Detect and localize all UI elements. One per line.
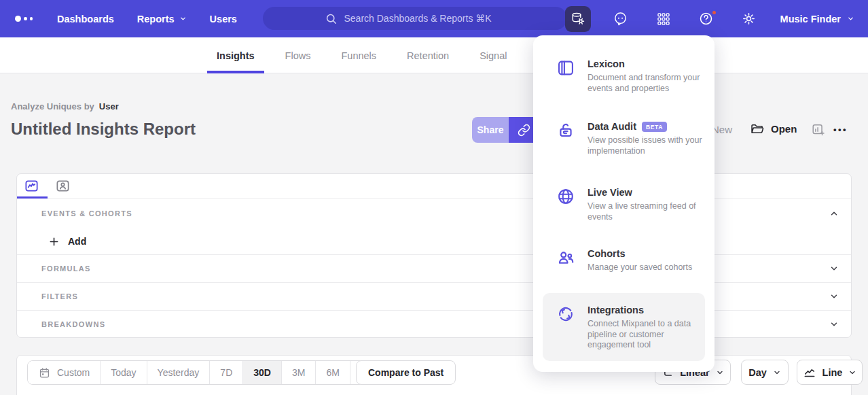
menu-item-integrations[interactable]: Integrations Connect Mixpanel to a data … xyxy=(556,305,702,351)
menu-description: View a live streaming feed of events xyxy=(587,201,702,222)
plus-icon xyxy=(49,237,59,247)
date-range-control: Custom Today Yesterday 7D 30D 3M 6M 12M xyxy=(27,360,390,385)
beta-badge: BETA xyxy=(642,122,667,132)
analyze-entity-selector[interactable]: User xyxy=(99,101,119,111)
range-30d[interactable]: 30D xyxy=(242,361,281,384)
report-title[interactable]: Untitled Insights Report xyxy=(11,120,196,139)
chevron-down-icon xyxy=(773,368,781,377)
interval-selector[interactable]: Day xyxy=(741,360,789,385)
expand-filters-button[interactable] xyxy=(829,292,839,301)
integrations-sync-icon xyxy=(556,305,575,324)
feedback-button[interactable] xyxy=(608,6,634,32)
gear-icon xyxy=(741,11,757,27)
nav-item-reports[interactable]: Reports xyxy=(137,14,187,24)
share-button[interactable]: Share xyxy=(472,117,509,143)
new-report-button[interactable]: New xyxy=(712,124,732,135)
chevron-down-icon xyxy=(829,292,839,301)
filters-section[interactable]: FILTERS xyxy=(17,282,851,310)
data-management-dropdown: Lexicon Document and transform your even… xyxy=(533,35,715,372)
add-to-dashboard-button[interactable] xyxy=(811,122,826,137)
range-today[interactable]: Today xyxy=(100,361,146,384)
menu-description: View possible issues with your implement… xyxy=(587,135,702,156)
chart-type-selector[interactable]: Line xyxy=(797,360,863,385)
range-3m[interactable]: 3M xyxy=(281,361,315,384)
range-6m[interactable]: 6M xyxy=(315,361,349,384)
formulas-header: FORMULAS xyxy=(41,264,91,273)
events-view-tab[interactable] xyxy=(23,178,39,194)
menu-title: Cohorts xyxy=(587,248,626,260)
apps-grid-button[interactable] xyxy=(651,6,676,32)
settings-button[interactable] xyxy=(736,6,762,32)
menu-item-cohorts[interactable]: Cohorts Manage your saved cohorts xyxy=(556,248,702,273)
feedback-chat-icon xyxy=(613,11,628,27)
interval-label: Day xyxy=(748,367,767,378)
account-switcher[interactable]: Music Finder xyxy=(780,14,854,24)
open-report-button[interactable]: Open xyxy=(750,122,797,136)
tab-flows[interactable]: Flows xyxy=(276,37,321,73)
breakdowns-section[interactable]: BREAKDOWNS xyxy=(17,310,851,338)
chevron-down-icon xyxy=(829,264,839,273)
collapse-events-button[interactable] xyxy=(829,209,839,218)
menu-description: Connect Mixpanel to a data pipeline or c… xyxy=(587,319,702,351)
nav-item-dashboards[interactable]: Dashboards xyxy=(57,14,114,24)
profiles-view-tab[interactable] xyxy=(54,178,71,194)
search-input[interactable] xyxy=(344,13,506,24)
tab-retention[interactable]: Retention xyxy=(397,37,458,73)
chevron-up-icon xyxy=(829,209,839,218)
open-label: Open xyxy=(771,123,797,135)
mixpanel-logo-icon[interactable] xyxy=(15,16,46,22)
nav-item-users[interactable]: Users xyxy=(210,14,237,24)
add-event-button[interactable]: Add xyxy=(49,236,86,247)
data-audit-icon xyxy=(556,121,575,140)
help-button[interactable] xyxy=(693,6,719,32)
subtitle-prefix: Analyze Uniques by xyxy=(11,101,94,111)
expand-breakdowns-button[interactable] xyxy=(829,320,839,329)
more-options-button[interactable]: ••• xyxy=(833,124,848,135)
menu-item-data-audit[interactable]: Data Audit BETA View possible issues wit… xyxy=(556,121,702,156)
report-subtitle: Analyze Uniques byUser xyxy=(11,101,119,111)
cohorts-users-icon xyxy=(556,248,575,267)
nav-right: Music Finder xyxy=(565,0,854,37)
breakdowns-header: BREAKDOWNS xyxy=(41,320,105,328)
folder-icon xyxy=(750,122,764,136)
range-custom[interactable]: Custom xyxy=(28,361,100,384)
tab-insights[interactable]: Insights xyxy=(207,37,264,73)
menu-title: Data Audit xyxy=(587,121,636,133)
menu-item-lexicon[interactable]: Lexicon Document and transform your even… xyxy=(556,58,702,94)
line-chart-icon xyxy=(803,366,816,379)
formulas-section[interactable]: FORMULAS xyxy=(17,254,851,282)
data-management-button[interactable] xyxy=(565,6,591,32)
menu-description: Manage your saved cohorts xyxy=(587,262,692,273)
chart-type-label: Line xyxy=(822,367,843,378)
chart-add-icon xyxy=(811,122,826,137)
tab-funnels[interactable]: Funnels xyxy=(331,37,386,73)
report-tabbar: Insights Flows Funnels Retention Signal … xyxy=(0,37,868,73)
share-split-button: Share xyxy=(472,117,539,143)
calendar-icon xyxy=(38,366,51,379)
query-builder-card: EVENTS & COHORTS Add FORMULAS FILTERS BR… xyxy=(16,173,852,338)
chevron-down-icon xyxy=(716,368,724,377)
top-nav: Dashboards Reports Users xyxy=(0,0,868,37)
chevron-down-icon xyxy=(848,368,856,377)
search-icon xyxy=(325,12,338,25)
global-search[interactable] xyxy=(263,7,567,30)
tab-signal[interactable]: Signal xyxy=(470,37,516,73)
report-tabs: Insights Flows Funnels Retention Signal … xyxy=(207,37,577,73)
add-event-row: Add xyxy=(17,228,851,254)
menu-item-live-view[interactable]: Live View View a live streaming feed of … xyxy=(556,187,702,222)
lexicon-icon xyxy=(556,58,575,78)
builder-view-tabs xyxy=(17,174,851,199)
chevron-down-icon xyxy=(847,15,854,22)
add-label: Add xyxy=(68,236,86,247)
chevron-down-icon xyxy=(829,320,839,329)
filters-header: FILTERS xyxy=(41,292,78,300)
nav-links: Dashboards Reports Users xyxy=(57,14,237,24)
live-view-globe-icon xyxy=(556,187,575,206)
compare-to-past-button[interactable]: Compare to Past xyxy=(356,360,456,385)
expand-formulas-button[interactable] xyxy=(829,264,839,273)
menu-title: Live View xyxy=(587,187,632,199)
menu-description: Document and transform your events and p… xyxy=(587,73,702,94)
range-7d[interactable]: 7D xyxy=(209,361,242,384)
range-yesterday[interactable]: Yesterday xyxy=(147,361,210,384)
chevron-down-icon xyxy=(179,15,187,22)
